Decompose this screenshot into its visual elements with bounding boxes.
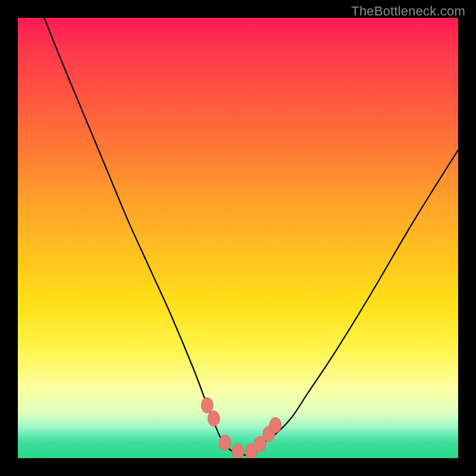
chart-frame: TheBottleneck.com xyxy=(0,0,476,476)
marker-dot xyxy=(201,397,213,413)
highlight-markers xyxy=(201,397,281,458)
marker-dot xyxy=(208,411,220,426)
marker-dot xyxy=(219,435,231,450)
chart-svg xyxy=(18,18,458,458)
plot-area xyxy=(18,18,458,458)
marker-dot xyxy=(232,444,244,458)
bottleneck-curve xyxy=(44,18,458,455)
curve-line xyxy=(44,18,458,455)
marker-dot xyxy=(270,418,281,433)
watermark-text: TheBottleneck.com xyxy=(351,4,465,19)
